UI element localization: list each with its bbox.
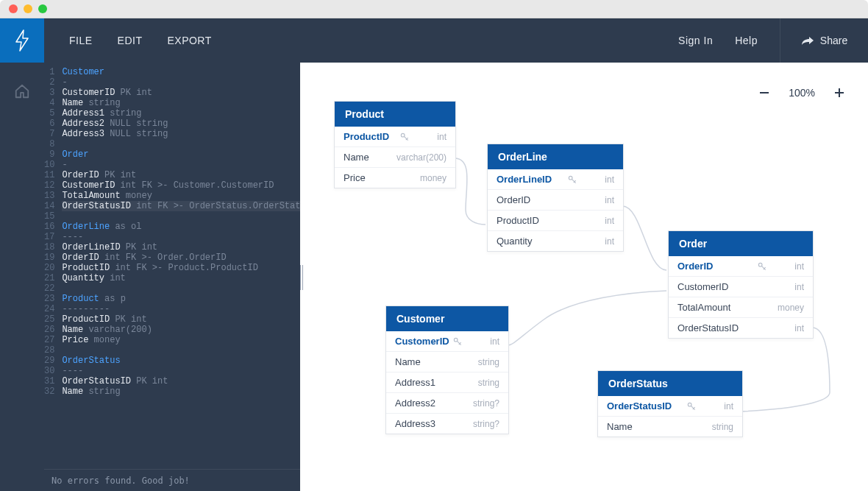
code-line[interactable]: CustomerID int FK >- Customer.CustomerID (62, 180, 300, 191)
erd-column-row[interactable]: Quantityint (488, 230, 623, 251)
erd-column-type: string (466, 357, 499, 367)
code-line[interactable]: CustomerID PK int (62, 88, 300, 98)
code-line[interactable]: Address2 NULL string (62, 119, 300, 129)
code-line[interactable]: Quantity int (62, 273, 300, 283)
code-line[interactable]: ProductID int FK >- Product.ProductID (62, 263, 300, 273)
erd-column-row[interactable]: Namevarchar(200) (335, 146, 455, 167)
erd-column-row[interactable]: OrderStatusIDint (669, 317, 813, 338)
code-line[interactable] (62, 345, 300, 356)
erd-column-type: string (700, 422, 733, 432)
code-line[interactable]: - (62, 77, 300, 88)
zoom-in-button[interactable] (833, 86, 846, 99)
code-editor[interactable]: 1234567891011121314151617181920212223242… (44, 63, 300, 491)
code-line[interactable]: Price money (62, 335, 300, 345)
erd-table-customer[interactable]: Customer CustomerIDintNamestringAddress1… (385, 305, 509, 434)
erd-column-type: int (580, 174, 614, 185)
code-line[interactable]: Name string (62, 98, 300, 108)
erd-column-row[interactable]: CustomerIDint (669, 276, 813, 297)
erd-column-type: int (466, 336, 499, 347)
erd-column-row[interactable]: Address3string? (386, 413, 508, 434)
traffic-light-close[interactable] (9, 4, 18, 13)
code-line[interactable]: ---- (62, 366, 300, 376)
help-link[interactable]: Help (735, 35, 758, 46)
key-icon (399, 132, 413, 142)
code-line[interactable]: Product as p (62, 294, 300, 304)
diagram-canvas[interactable]: 100% Product ProductIDintNamevarchar(200… (300, 63, 868, 491)
code-line[interactable]: Address3 NULL string (62, 129, 300, 139)
erd-column-name: Address3 (395, 418, 452, 429)
home-button[interactable] (14, 83, 30, 102)
code-line[interactable]: OrderID PK int (62, 170, 300, 180)
erd-column-name: OrderStatusID (677, 322, 757, 333)
code-line[interactable]: Order (62, 149, 300, 160)
key-icon (452, 336, 466, 347)
erd-column-row[interactable]: OrderIDint (488, 189, 623, 210)
key-icon (757, 261, 770, 272)
code-line[interactable]: OrderID int FK >- Order.OrderID (62, 252, 300, 263)
zoom-out-button[interactable] (758, 86, 771, 99)
splitter-handle[interactable] (300, 265, 303, 290)
erd-column-row[interactable]: OrderIDint (669, 256, 813, 276)
share-button[interactable]: Share (780, 18, 868, 63)
erd-column-type: varchar(200) (396, 152, 447, 163)
erd-column-row[interactable]: Pricemoney (335, 167, 455, 188)
svg-point-1 (569, 176, 572, 180)
traffic-light-minimize[interactable] (24, 4, 32, 13)
key-icon (686, 401, 700, 411)
erd-column-type: string? (466, 419, 499, 429)
code-line[interactable]: OrderLineID PK int (62, 242, 300, 252)
menu-export[interactable]: EXPORT (167, 35, 211, 46)
code-line[interactable]: OrderStatusID int FK >- OrderStatus.Orde… (62, 201, 300, 211)
erd-column-name: Name (607, 421, 686, 432)
erd-column-row[interactable]: Namestring (386, 351, 508, 372)
code-line[interactable]: --------- (62, 304, 300, 314)
erd-table-orderstatus[interactable]: OrderStatus OrderStatusIDintNamestring (597, 370, 743, 437)
code-line[interactable]: ---- (62, 232, 300, 242)
erd-column-row[interactable]: Namestring (598, 416, 742, 437)
code-line[interactable] (62, 283, 300, 294)
erd-column-type: int (770, 261, 804, 272)
code-line[interactable]: Name varchar(200) (62, 325, 300, 335)
erd-column-name: ProductID (344, 131, 399, 142)
code-line[interactable]: OrderStatus (62, 356, 300, 366)
erd-table-header: OrderLine (488, 144, 623, 169)
status-text: No errors found. Good job! (51, 476, 190, 486)
traffic-light-zoom[interactable] (38, 4, 47, 13)
erd-column-row[interactable]: ProductIDint (488, 210, 623, 230)
code-line[interactable] (62, 211, 300, 222)
erd-column-type: money (413, 173, 447, 183)
code-line[interactable]: - (62, 160, 300, 170)
svg-point-2 (758, 263, 762, 266)
erd-column-row[interactable]: OrderStatusIDint (598, 396, 742, 416)
code-line[interactable]: ProductID PK int (62, 314, 300, 325)
erd-column-row[interactable]: OrderLineIDint (488, 169, 623, 189)
erd-column-row[interactable]: Address2string? (386, 392, 508, 413)
erd-table-order[interactable]: Order OrderIDintCustomerIDintTotalAmount… (668, 230, 814, 339)
signin-link[interactable]: Sign In (678, 35, 713, 46)
topbar: FILE EDIT EXPORT Sign In Help Share (44, 18, 868, 63)
code-line[interactable]: Address1 string (62, 108, 300, 119)
key-icon (567, 174, 580, 185)
erd-column-name: ProductID (497, 215, 567, 226)
erd-column-row[interactable]: ProductIDint (335, 127, 455, 146)
code-line[interactable]: Name string (62, 386, 300, 397)
erd-table-header: Customer (386, 306, 508, 331)
erd-column-row[interactable]: CustomerIDint (386, 331, 508, 351)
erd-column-row[interactable]: TotalAmountmoney (669, 297, 813, 317)
code-line[interactable]: Customer (62, 67, 300, 77)
code-line[interactable]: OrderStatusID PK int (62, 376, 300, 386)
menu-edit[interactable]: EDIT (118, 35, 143, 46)
code-line[interactable] (62, 139, 300, 149)
code-line[interactable]: OrderLine as ol (62, 222, 300, 232)
code-lines[interactable]: Customer-CustomerID PK intName stringAdd… (62, 67, 300, 469)
erd-column-type: string (466, 378, 499, 388)
erd-column-name: Quantity (497, 236, 567, 247)
app-logo[interactable] (0, 18, 44, 63)
menu-file[interactable]: FILE (69, 35, 93, 46)
erd-column-name: CustomerID (395, 336, 452, 347)
erd-table-orderline[interactable]: OrderLine OrderLineIDintOrderIDintProduc… (487, 144, 624, 252)
code-line[interactable]: TotalAmount money (62, 191, 300, 201)
home-icon (14, 83, 30, 99)
erd-column-row[interactable]: Address1string (386, 372, 508, 392)
erd-table-product[interactable]: Product ProductIDintNamevarchar(200)Pric… (334, 101, 456, 188)
